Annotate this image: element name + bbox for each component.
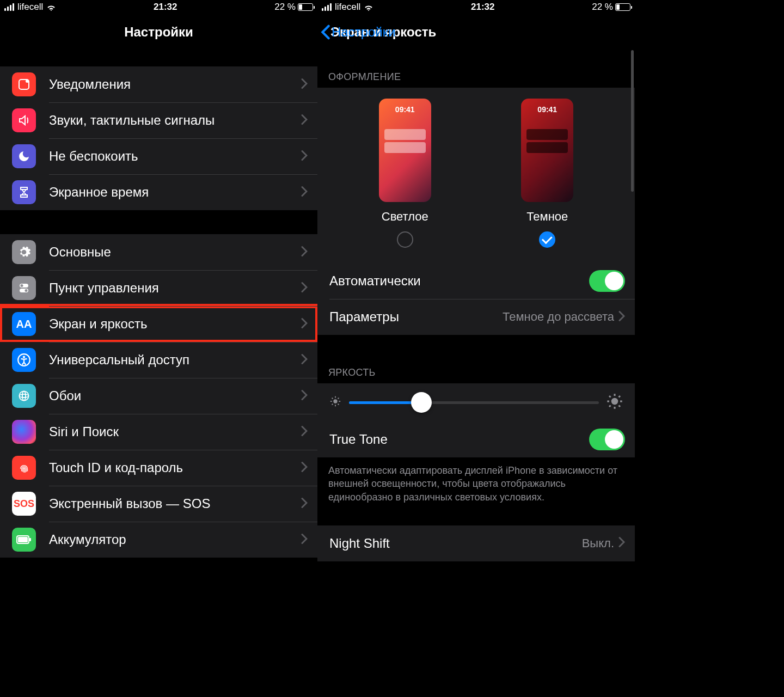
chevron-right-icon bbox=[301, 425, 308, 439]
clock: 21:32 bbox=[471, 2, 494, 13]
svg-line-20 bbox=[332, 404, 333, 405]
dark-label: Темное bbox=[526, 210, 568, 224]
sounds-icon bbox=[12, 108, 36, 132]
signal-icon bbox=[4, 3, 14, 11]
sun-small-icon bbox=[329, 395, 341, 409]
nav-header: Настройки Экран и яркость bbox=[317, 14, 635, 50]
wallpaper-icon bbox=[12, 384, 36, 408]
battery-pct: 22 % bbox=[592, 2, 613, 13]
svg-point-22 bbox=[611, 398, 618, 405]
svg-point-13 bbox=[333, 399, 337, 403]
cell-siri[interactable]: Siri и Поиск bbox=[0, 414, 317, 450]
automatic-toggle[interactable] bbox=[589, 270, 625, 292]
light-preview: 09:41 bbox=[379, 99, 431, 202]
cell-screentime[interactable]: Экранное время bbox=[0, 174, 317, 210]
cell-display-brightness[interactable]: AA Экран и яркость bbox=[0, 306, 317, 342]
brightness-header: ЯРКОСТЬ bbox=[317, 362, 635, 383]
nightshift-value: Выкл. bbox=[582, 536, 614, 551]
brightness-slider[interactable] bbox=[349, 401, 599, 404]
settings-root-screen: lifecell 21:32 22 % Настройки Уведомлени… bbox=[0, 0, 317, 568]
appearance-dark-option[interactable]: 09:41 Темное bbox=[521, 99, 573, 248]
chevron-right-icon bbox=[618, 310, 625, 324]
cell-label: Параметры bbox=[329, 309, 503, 325]
light-label: Светлое bbox=[382, 210, 428, 224]
svg-rect-11 bbox=[18, 537, 28, 542]
group-gap bbox=[0, 210, 317, 234]
status-bar: lifecell 21:32 22 % bbox=[317, 0, 635, 14]
chevron-right-icon bbox=[301, 246, 308, 259]
cell-control-center[interactable]: Пункт управления bbox=[0, 270, 317, 306]
cell-label: Пункт управления bbox=[49, 280, 301, 296]
settings-group-1: Уведомления Звуки, тактильные сигналы Не… bbox=[0, 66, 317, 210]
cell-label: Основные bbox=[49, 244, 301, 260]
dark-radio[interactable] bbox=[539, 231, 555, 248]
signal-icon bbox=[322, 3, 332, 11]
svg-line-28 bbox=[619, 406, 621, 407]
battery-icon bbox=[615, 3, 630, 11]
chevron-right-icon bbox=[301, 497, 308, 511]
svg-point-3 bbox=[21, 284, 23, 287]
svg-point-5 bbox=[25, 289, 28, 292]
cell-label: True Tone bbox=[329, 432, 589, 447]
svg-rect-12 bbox=[29, 538, 31, 541]
cell-label: Универсальный доступ bbox=[49, 352, 301, 368]
svg-line-29 bbox=[609, 406, 611, 407]
brightness-slider-row bbox=[317, 383, 635, 421]
chevron-right-icon bbox=[301, 186, 308, 199]
cell-sos[interactable]: SOS Экстренный вызов — SOS bbox=[0, 486, 317, 522]
truetone-toggle[interactable] bbox=[589, 429, 625, 450]
settings-group-2: Основные Пункт управления AA Экран и ярк… bbox=[0, 234, 317, 558]
appearance-picker: 09:41 Светлое 09:41 Темное bbox=[317, 88, 635, 263]
cell-battery[interactable]: Аккумулятор bbox=[0, 522, 317, 558]
back-button[interactable]: Настройки bbox=[321, 25, 396, 40]
battery-icon bbox=[298, 3, 313, 11]
chevron-right-icon bbox=[618, 536, 625, 550]
nav-header: Настройки bbox=[0, 14, 317, 50]
scroll-indicator[interactable] bbox=[631, 50, 634, 192]
notifications-icon bbox=[12, 72, 36, 96]
cell-general[interactable]: Основные bbox=[0, 234, 317, 270]
cell-nightshift[interactable]: Night Shift Выкл. bbox=[317, 525, 635, 561]
cell-notifications[interactable]: Уведомления bbox=[0, 66, 317, 102]
chevron-right-icon bbox=[301, 78, 308, 91]
cell-label: Экстренный вызов — SOS bbox=[49, 496, 301, 511]
truetone-group: True Tone bbox=[317, 421, 635, 457]
svg-point-9 bbox=[19, 391, 28, 400]
chevron-right-icon bbox=[301, 150, 308, 163]
svg-line-27 bbox=[609, 396, 611, 398]
cell-sounds[interactable]: Звуки, тактильные сигналы bbox=[0, 102, 317, 138]
cell-label: Siri и Поиск bbox=[49, 424, 301, 439]
control-center-icon bbox=[12, 276, 36, 300]
battery-cell-icon bbox=[12, 528, 36, 552]
accessibility-icon bbox=[12, 348, 36, 372]
clock: 21:32 bbox=[154, 2, 177, 13]
cell-wallpaper[interactable]: Обои bbox=[0, 378, 317, 414]
cell-label: Уведомления bbox=[49, 77, 301, 92]
light-radio[interactable] bbox=[397, 231, 413, 248]
page-title: Настройки bbox=[124, 25, 193, 40]
cell-label: Аккумулятор bbox=[49, 532, 301, 547]
cell-accessibility[interactable]: Универсальный доступ bbox=[0, 342, 317, 378]
appearance-light-option[interactable]: 09:41 Светлое bbox=[379, 99, 431, 248]
wifi-icon bbox=[46, 3, 56, 11]
nightshift-group: Night Shift Выкл. bbox=[317, 525, 635, 561]
cell-touchid[interactable]: Touch ID и код-пароль bbox=[0, 450, 317, 486]
wifi-icon bbox=[364, 3, 373, 11]
truetone-note: Автоматически адаптировать дисплей iPhon… bbox=[317, 457, 635, 510]
svg-point-8 bbox=[22, 394, 26, 398]
svg-point-7 bbox=[23, 356, 25, 358]
status-bar: lifecell 21:32 22 % bbox=[0, 0, 317, 14]
carrier-label: lifecell bbox=[335, 2, 360, 13]
svg-point-1 bbox=[26, 80, 29, 83]
dnd-icon bbox=[12, 144, 36, 168]
cell-parameters[interactable]: Параметры Темное до рассвета bbox=[317, 299, 635, 335]
chevron-right-icon bbox=[301, 114, 308, 127]
cell-label: Звуки, тактильные сигналы bbox=[49, 113, 301, 128]
cell-label: Экран и яркость bbox=[49, 316, 301, 332]
cell-automatic: Автоматически bbox=[317, 263, 635, 299]
cell-label: Обои bbox=[49, 388, 301, 403]
chevron-right-icon bbox=[301, 533, 308, 547]
cell-truetone: True Tone bbox=[317, 421, 635, 457]
siri-icon bbox=[12, 420, 36, 444]
cell-dnd[interactable]: Не беспокоить bbox=[0, 138, 317, 174]
